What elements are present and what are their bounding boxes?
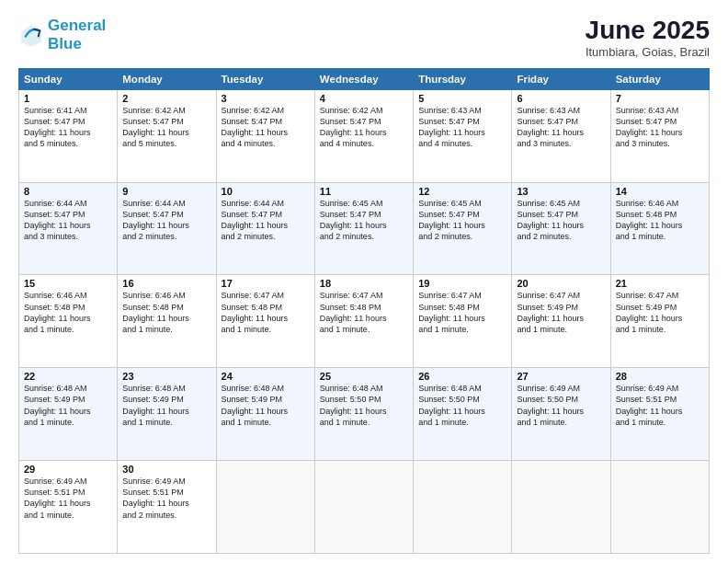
day-number: 17 bbox=[222, 278, 310, 289]
cell-info: Sunrise: 6:45 AMSunset: 5:47 PMDaylight:… bbox=[320, 198, 408, 243]
calendar-cell: 27Sunrise: 6:49 AMSunset: 5:50 PMDayligh… bbox=[512, 368, 610, 461]
cell-info: Sunrise: 6:43 AMSunset: 5:47 PMDaylight:… bbox=[616, 105, 704, 150]
calendar-cell: 20Sunrise: 6:47 AMSunset: 5:49 PMDayligh… bbox=[512, 275, 610, 368]
logo-line2: Blue bbox=[48, 35, 106, 53]
calendar-week-2: 8Sunrise: 6:44 AMSunset: 5:47 PMDaylight… bbox=[19, 182, 710, 275]
calendar-cell: 11Sunrise: 6:45 AMSunset: 5:47 PMDayligh… bbox=[314, 182, 413, 275]
day-number: 16 bbox=[122, 278, 210, 289]
calendar-cell: 30Sunrise: 6:49 AMSunset: 5:51 PMDayligh… bbox=[118, 461, 216, 554]
day-number: 23 bbox=[122, 371, 210, 382]
calendar-cell: 14Sunrise: 6:46 AMSunset: 5:48 PMDayligh… bbox=[610, 182, 709, 275]
calendar-cell: 16Sunrise: 6:46 AMSunset: 5:48 PMDayligh… bbox=[118, 275, 216, 368]
weekday-header-monday: Monday bbox=[118, 68, 216, 89]
day-number: 2 bbox=[122, 93, 210, 104]
cell-info: Sunrise: 6:47 AMSunset: 5:49 PMDaylight:… bbox=[616, 290, 704, 335]
calendar-cell bbox=[314, 461, 413, 554]
calendar-cell: 28Sunrise: 6:49 AMSunset: 5:51 PMDayligh… bbox=[610, 368, 709, 461]
location: Itumbiara, Goias, Brazil bbox=[586, 45, 710, 59]
cell-info: Sunrise: 6:48 AMSunset: 5:50 PMDaylight:… bbox=[320, 383, 408, 428]
calendar-cell: 19Sunrise: 6:47 AMSunset: 5:48 PMDayligh… bbox=[414, 275, 512, 368]
day-number: 4 bbox=[320, 93, 408, 104]
calendar-cell: 6Sunrise: 6:43 AMSunset: 5:47 PMDaylight… bbox=[512, 89, 610, 182]
calendar-cell: 1Sunrise: 6:41 AMSunset: 5:47 PMDaylight… bbox=[19, 89, 118, 182]
cell-info: Sunrise: 6:47 AMSunset: 5:48 PMDaylight:… bbox=[418, 290, 506, 335]
calendar-cell: 9Sunrise: 6:44 AMSunset: 5:47 PMDaylight… bbox=[118, 182, 216, 275]
day-number: 9 bbox=[122, 186, 210, 197]
weekday-header-wednesday: Wednesday bbox=[314, 68, 413, 89]
cell-info: Sunrise: 6:47 AMSunset: 5:48 PMDaylight:… bbox=[222, 290, 310, 335]
calendar-cell: 21Sunrise: 6:47 AMSunset: 5:49 PMDayligh… bbox=[610, 275, 709, 368]
cell-info: Sunrise: 6:49 AMSunset: 5:50 PMDaylight:… bbox=[517, 383, 605, 428]
calendar-table: SundayMondayTuesdayWednesdayThursdayFrid… bbox=[18, 68, 710, 554]
calendar-cell: 17Sunrise: 6:47 AMSunset: 5:48 PMDayligh… bbox=[216, 275, 314, 368]
day-number: 27 bbox=[517, 371, 605, 382]
calendar-cell bbox=[414, 461, 512, 554]
calendar-cell: 26Sunrise: 6:48 AMSunset: 5:50 PMDayligh… bbox=[414, 368, 512, 461]
weekday-header-row: SundayMondayTuesdayWednesdayThursdayFrid… bbox=[19, 68, 710, 89]
day-number: 22 bbox=[24, 371, 112, 382]
cell-info: Sunrise: 6:42 AMSunset: 5:47 PMDaylight:… bbox=[320, 105, 408, 150]
logo: General Blue bbox=[18, 17, 106, 52]
calendar-cell: 23Sunrise: 6:48 AMSunset: 5:49 PMDayligh… bbox=[118, 368, 216, 461]
cell-info: Sunrise: 6:47 AMSunset: 5:48 PMDaylight:… bbox=[320, 290, 408, 335]
day-number: 5 bbox=[418, 93, 506, 104]
cell-info: Sunrise: 6:47 AMSunset: 5:49 PMDaylight:… bbox=[517, 290, 605, 335]
cell-info: Sunrise: 6:44 AMSunset: 5:47 PMDaylight:… bbox=[222, 198, 310, 243]
calendar-cell: 29Sunrise: 6:49 AMSunset: 5:51 PMDayligh… bbox=[19, 461, 118, 554]
day-number: 29 bbox=[24, 464, 112, 475]
cell-info: Sunrise: 6:42 AMSunset: 5:47 PMDaylight:… bbox=[222, 105, 310, 150]
cell-info: Sunrise: 6:49 AMSunset: 5:51 PMDaylight:… bbox=[616, 383, 704, 428]
day-number: 11 bbox=[320, 186, 408, 197]
calendar-cell: 2Sunrise: 6:42 AMSunset: 5:47 PMDaylight… bbox=[118, 89, 216, 182]
cell-info: Sunrise: 6:46 AMSunset: 5:48 PMDaylight:… bbox=[24, 290, 112, 335]
day-number: 26 bbox=[418, 371, 506, 382]
month-year: June 2025 bbox=[586, 17, 710, 45]
cell-info: Sunrise: 6:43 AMSunset: 5:47 PMDaylight:… bbox=[418, 105, 506, 150]
weekday-header-thursday: Thursday bbox=[414, 68, 512, 89]
cell-info: Sunrise: 6:44 AMSunset: 5:47 PMDaylight:… bbox=[24, 198, 112, 243]
day-number: 28 bbox=[616, 371, 704, 382]
calendar-week-3: 15Sunrise: 6:46 AMSunset: 5:48 PMDayligh… bbox=[19, 275, 710, 368]
header: General Blue June 2025 Itumbiara, Goias,… bbox=[18, 17, 710, 59]
calendar-cell bbox=[216, 461, 314, 554]
calendar-cell: 13Sunrise: 6:45 AMSunset: 5:47 PMDayligh… bbox=[512, 182, 610, 275]
calendar-cell: 25Sunrise: 6:48 AMSunset: 5:50 PMDayligh… bbox=[314, 368, 413, 461]
day-number: 21 bbox=[616, 278, 704, 289]
day-number: 8 bbox=[24, 186, 112, 197]
day-number: 14 bbox=[616, 186, 704, 197]
calendar-cell bbox=[610, 461, 709, 554]
weekday-header-friday: Friday bbox=[512, 68, 610, 89]
cell-info: Sunrise: 6:42 AMSunset: 5:47 PMDaylight:… bbox=[122, 105, 210, 150]
cell-info: Sunrise: 6:48 AMSunset: 5:49 PMDaylight:… bbox=[222, 383, 310, 428]
logo-line1: General bbox=[48, 17, 106, 34]
cell-info: Sunrise: 6:46 AMSunset: 5:48 PMDaylight:… bbox=[616, 198, 704, 243]
day-number: 1 bbox=[24, 93, 112, 104]
cell-info: Sunrise: 6:45 AMSunset: 5:47 PMDaylight:… bbox=[517, 198, 605, 243]
calendar-cell: 5Sunrise: 6:43 AMSunset: 5:47 PMDaylight… bbox=[414, 89, 512, 182]
day-number: 6 bbox=[517, 93, 605, 104]
calendar-week-4: 22Sunrise: 6:48 AMSunset: 5:49 PMDayligh… bbox=[19, 368, 710, 461]
cell-info: Sunrise: 6:48 AMSunset: 5:49 PMDaylight:… bbox=[122, 383, 210, 428]
day-number: 25 bbox=[320, 371, 408, 382]
day-number: 24 bbox=[222, 371, 310, 382]
calendar-body: 1Sunrise: 6:41 AMSunset: 5:47 PMDaylight… bbox=[19, 89, 710, 553]
title-block: June 2025 Itumbiara, Goias, Brazil bbox=[586, 17, 710, 59]
cell-info: Sunrise: 6:44 AMSunset: 5:47 PMDaylight:… bbox=[122, 198, 210, 243]
calendar-week-5: 29Sunrise: 6:49 AMSunset: 5:51 PMDayligh… bbox=[19, 461, 710, 554]
calendar-cell bbox=[512, 461, 610, 554]
calendar-cell: 18Sunrise: 6:47 AMSunset: 5:48 PMDayligh… bbox=[314, 275, 413, 368]
day-number: 10 bbox=[222, 186, 310, 197]
calendar-cell: 12Sunrise: 6:45 AMSunset: 5:47 PMDayligh… bbox=[414, 182, 512, 275]
cell-info: Sunrise: 6:48 AMSunset: 5:49 PMDaylight:… bbox=[24, 383, 112, 428]
weekday-header-sunday: Sunday bbox=[19, 68, 118, 89]
calendar-week-1: 1Sunrise: 6:41 AMSunset: 5:47 PMDaylight… bbox=[19, 89, 710, 182]
day-number: 20 bbox=[517, 278, 605, 289]
calendar-cell: 3Sunrise: 6:42 AMSunset: 5:47 PMDaylight… bbox=[216, 89, 314, 182]
cell-info: Sunrise: 6:41 AMSunset: 5:47 PMDaylight:… bbox=[24, 105, 112, 150]
cell-info: Sunrise: 6:49 AMSunset: 5:51 PMDaylight:… bbox=[24, 476, 112, 521]
day-number: 12 bbox=[418, 186, 506, 197]
day-number: 3 bbox=[222, 93, 310, 104]
weekday-header-tuesday: Tuesday bbox=[216, 68, 314, 89]
page: General Blue June 2025 Itumbiara, Goias,… bbox=[0, 0, 728, 563]
day-number: 30 bbox=[122, 464, 210, 475]
